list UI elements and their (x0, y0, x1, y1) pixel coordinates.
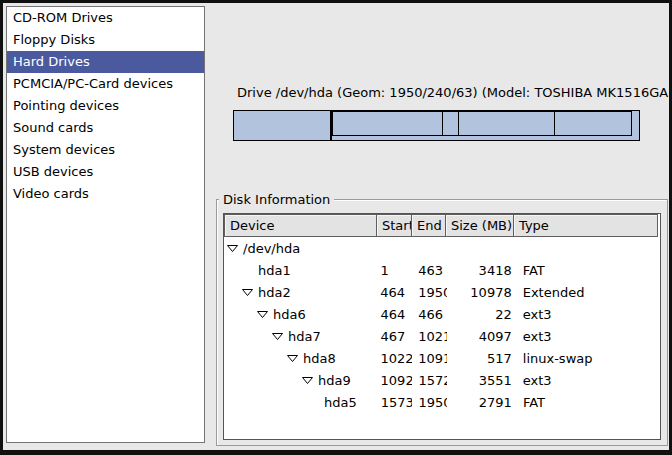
partition-segment-hda9[interactable] (459, 111, 555, 136)
size-cell: 517 (447, 351, 516, 366)
table-row-hda1[interactable]: hda1 1 463 3418 FAT (224, 259, 660, 281)
device-name: hda2 (258, 285, 291, 300)
sidebar-item-hard-drives[interactable]: Hard Drives (7, 51, 204, 73)
partition-segment-hda5[interactable] (555, 111, 632, 136)
size-cell: 10978 (447, 285, 516, 300)
start-cell: 1 (376, 263, 412, 278)
type-cell: ext3 (516, 307, 660, 322)
device-name: hda5 (324, 395, 357, 410)
device-name: hda1 (258, 263, 291, 278)
end-cell: 1091 (412, 351, 447, 366)
sidebar-item-usb-devices[interactable]: USB devices (7, 161, 204, 183)
start-cell: 1092 (377, 373, 413, 388)
sidebar-item-sound-cards[interactable]: Sound cards (7, 117, 204, 139)
disk-information-table: Device Start End Size (MB) Type /dev/hda… (223, 213, 661, 440)
table-row-hda9[interactable]: hda9 1092 1572 3551 ext3 (224, 369, 660, 391)
device-name: hda7 (288, 329, 321, 344)
sidebar-item-pcmcia-devices[interactable]: PCMCIA/PC-Card devices (7, 73, 204, 95)
expander-icon[interactable] (272, 329, 283, 344)
table-header-row: Device Start End Size (MB) Type (224, 214, 660, 237)
column-header-type[interactable]: Type (513, 214, 658, 237)
end-cell: 1950 (412, 285, 447, 300)
partition-segment-hda8[interactable] (443, 111, 459, 136)
size-cell: 3551 (447, 373, 516, 388)
start-cell: 1573 (377, 395, 413, 410)
table-row-hda7[interactable]: hda7 467 1021 4097 ext3 (224, 325, 660, 347)
table-row-dev-hda[interactable]: /dev/hda (224, 237, 660, 259)
column-header-end[interactable]: End (411, 214, 446, 237)
partition-bar (233, 110, 640, 141)
partition-segment-hda7[interactable] (332, 111, 443, 136)
table-row-hda6[interactable]: hda6 464 466 22 ext3 (224, 303, 660, 325)
start-cell: 1022 (376, 351, 412, 366)
type-cell: ext3 (516, 373, 660, 388)
sidebar-item-system-devices[interactable]: System devices (7, 139, 204, 161)
table-row-hda2[interactable]: hda2 464 1950 10978 Extended (224, 281, 660, 303)
disk-information-frame-label: Disk Information (219, 191, 334, 208)
expander-icon[interactable] (227, 241, 238, 256)
end-cell: 466 (412, 307, 447, 322)
table-row-hda5[interactable]: hda5 1573 1950 2791 FAT (224, 391, 660, 413)
device-name: /dev/hda (243, 241, 300, 256)
start-cell: 467 (376, 329, 412, 344)
sidebar-item-floppy-disks[interactable]: Floppy Disks (7, 29, 204, 51)
type-cell: ext3 (516, 329, 660, 344)
column-header-start[interactable]: Start (376, 214, 412, 237)
column-header-size[interactable]: Size (MB) (445, 214, 514, 237)
partition-segment-extended-hda2[interactable] (332, 111, 639, 140)
type-cell: linux-swap (516, 351, 660, 366)
end-cell: 1572 (412, 373, 447, 388)
drive-geometry-title: Drive /dev/hda (Geom: 1950/240/63) (Mode… (237, 85, 672, 100)
type-cell: FAT (516, 395, 660, 410)
end-cell: 463 (412, 263, 447, 278)
partition-segment-hda1[interactable] (234, 111, 332, 140)
expander-icon[interactable] (287, 351, 298, 366)
sidebar-item-pointing-devices[interactable]: Pointing devices (7, 95, 204, 117)
size-cell: 22 (447, 307, 516, 322)
end-cell: 1021 (412, 329, 447, 344)
size-cell: 4097 (447, 329, 516, 344)
start-cell: 464 (376, 307, 412, 322)
start-cell: 464 (376, 285, 412, 300)
device-name: hda9 (318, 373, 351, 388)
sidebar-item-video-cards[interactable]: Video cards (7, 183, 204, 205)
device-name: hda6 (273, 307, 306, 322)
size-cell: 2791 (447, 395, 516, 410)
size-cell: 3418 (447, 263, 516, 278)
type-cell: Extended (516, 285, 660, 300)
table-row-hda8[interactable]: hda8 1022 1091 517 linux-swap (224, 347, 660, 369)
expander-icon[interactable] (257, 307, 268, 322)
end-cell: 1950 (412, 395, 447, 410)
device-category-list: CD-ROM Drives Floppy Disks Hard Drives P… (6, 6, 205, 443)
expander-icon[interactable] (242, 285, 253, 300)
column-header-device[interactable]: Device (224, 214, 377, 237)
type-cell: FAT (516, 263, 660, 278)
hardware-browser-window: { "colors": { "window_bg": "#e8e8e8", "s… (0, 0, 672, 455)
expander-icon[interactable] (302, 373, 313, 388)
sidebar-item-cdrom-drives[interactable]: CD-ROM Drives (7, 7, 204, 29)
device-name: hda8 (303, 351, 336, 366)
disk-information-frame: Disk Information Device Start End Size (… (216, 199, 668, 446)
